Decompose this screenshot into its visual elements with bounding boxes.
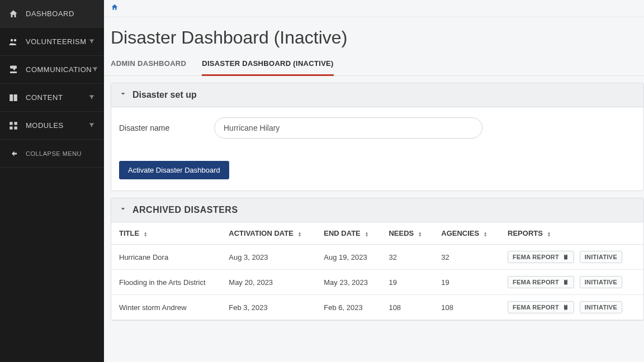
col-label: NEEDS (389, 229, 414, 237)
tab-disaster-dashboard[interactable]: DISASTER DASHBOARD (INACTIVE) (202, 54, 333, 76)
initiative-report-button[interactable]: INITIATIVE (580, 301, 622, 313)
sidebar-item-label: MODULES (26, 121, 88, 130)
form-row-disaster-name: Disaster name (119, 117, 636, 139)
page-title: Disaster Dashboard (Inactive) (104, 17, 644, 54)
people-icon (8, 36, 19, 47)
chevron-down-icon (119, 90, 127, 100)
col-activation-date[interactable]: ACTIVATION DATE ▲▼ (221, 222, 316, 245)
sidebar-item-label: COMMUNICATION (26, 65, 92, 74)
breadcrumb (104, 0, 644, 17)
row-reports: FEMA REPORT INITIATIVE (500, 245, 643, 270)
table-row: Hurricane Dora Aug 3, 2023 Aug 19, 2023 … (111, 245, 643, 270)
sort-icon: ▲▼ (364, 231, 368, 237)
sidebar-item-communication[interactable]: COMMUNICATION (0, 56, 104, 84)
main-content: Disaster Dashboard (Inactive) ADMIN DASH… (104, 0, 644, 362)
col-agencies[interactable]: AGENCIES ▲▼ (433, 222, 500, 245)
phone-icon (8, 64, 19, 75)
initiative-report-button[interactable]: INITIATIVE (580, 251, 622, 263)
sidebar-item-label: VOLUNTEERISM (26, 37, 88, 46)
col-label: END DATE (324, 229, 360, 237)
disaster-name-input[interactable] (214, 117, 482, 139)
table-row: Flooding in the Arts District May 20, 20… (111, 270, 643, 295)
row-end-date: Feb 6, 2023 (316, 295, 381, 320)
grid-icon (8, 120, 19, 131)
sidebar: DASHBOARD VOLUNTEERISM COMMUNICATION CON… (0, 0, 104, 362)
row-end-date: Aug 19, 2023 (316, 245, 381, 270)
chevron-down-icon (119, 205, 127, 215)
panel-header-setup[interactable]: Disaster set up (111, 83, 643, 107)
tabs: ADMIN DASHBOARD DISASTER DASHBOARD (INAC… (104, 54, 644, 76)
col-end-date[interactable]: END DATE ▲▼ (316, 222, 381, 245)
fema-report-button[interactable]: FEMA REPORT (508, 276, 574, 288)
activate-button[interactable]: Activate Disaster Dashboard (119, 161, 229, 179)
fema-report-button[interactable]: FEMA REPORT (508, 251, 574, 263)
panel-disaster-setup: Disaster set up Disaster name Activate D… (111, 83, 644, 191)
row-needs: 108 (381, 295, 433, 320)
clipboard-icon (562, 279, 569, 285)
archived-table-body: Hurricane Dora Aug 3, 2023 Aug 19, 2023 … (111, 245, 643, 320)
clipboard-icon (562, 254, 569, 260)
col-label: TITLE (119, 229, 139, 237)
sort-icon: ▲▼ (484, 231, 487, 237)
svg-rect-9 (565, 279, 567, 280)
svg-rect-11 (565, 304, 567, 306)
panel-body-setup: Disaster name Activate Disaster Dashboar… (111, 107, 643, 190)
svg-rect-4 (10, 126, 12, 129)
breadcrumb-home[interactable] (111, 3, 119, 13)
filter-icon (88, 38, 96, 46)
book-icon (8, 92, 19, 103)
collapse-label: COLLAPSE MENU (26, 150, 96, 157)
panel-title: Disaster set up (132, 90, 197, 100)
sort-icon: ▲▼ (547, 231, 551, 237)
sidebar-item-volunteerism[interactable]: VOLUNTEERISM (0, 28, 104, 56)
svg-rect-8 (564, 280, 567, 285)
row-end-date: May 23, 2023 (316, 270, 381, 295)
sidebar-item-modules[interactable]: MODULES (0, 112, 104, 140)
sidebar-item-content[interactable]: CONTENT (0, 84, 104, 112)
col-needs[interactable]: NEEDS ▲▼ (381, 222, 433, 245)
table-header-row: TITLE ▲▼ ACTIVATION DATE ▲▼ END DATE ▲▼ … (111, 222, 643, 245)
svg-rect-5 (15, 126, 17, 129)
tab-admin-dashboard[interactable]: ADMIN DASHBOARD (111, 54, 186, 75)
sidebar-item-label: CONTENT (26, 93, 88, 102)
row-agencies: 32 (433, 245, 500, 270)
row-activation-date: Feb 3, 2023 (221, 295, 316, 320)
svg-rect-10 (564, 305, 567, 310)
col-label: ACTIVATION DATE (229, 229, 293, 237)
row-needs: 19 (381, 270, 433, 295)
sort-icon: ▲▼ (144, 231, 148, 237)
row-reports: FEMA REPORT INITIATIVE (500, 270, 643, 295)
sidebar-collapse[interactable]: COLLAPSE MENU (0, 140, 104, 168)
col-label: REPORTS (508, 229, 543, 237)
svg-point-1 (14, 39, 17, 41)
disaster-name-label: Disaster name (119, 123, 175, 132)
row-agencies: 19 (433, 270, 500, 295)
col-title[interactable]: TITLE ▲▼ (111, 222, 221, 245)
home-icon (8, 8, 19, 20)
report-label: INITIATIVE (585, 304, 617, 311)
panel-title: ARCHIVED DISASTERS (132, 205, 238, 215)
fema-report-button[interactable]: FEMA REPORT (508, 301, 574, 313)
row-title-link[interactable]: Winter storm Andrew (111, 295, 221, 320)
report-label: FEMA REPORT (513, 304, 559, 311)
filter-icon (88, 94, 96, 102)
table-row: Winter storm Andrew Feb 3, 2023 Feb 6, 2… (111, 295, 643, 320)
panel-archived-disasters: ARCHIVED DISASTERS TITLE ▲▼ ACTIVATION D… (111, 198, 644, 321)
panel-header-archived[interactable]: ARCHIVED DISASTERS (111, 198, 643, 222)
sort-icon: ▲▼ (297, 231, 301, 237)
report-label: FEMA REPORT (513, 279, 559, 285)
col-reports[interactable]: REPORTS ▲▼ (500, 222, 643, 245)
filter-icon (88, 122, 96, 130)
svg-rect-6 (564, 255, 567, 260)
svg-rect-3 (15, 122, 17, 125)
initiative-report-button[interactable]: INITIATIVE (580, 276, 622, 288)
row-agencies: 108 (433, 295, 500, 320)
row-title-link[interactable]: Flooding in the Arts District (111, 270, 221, 295)
row-reports: FEMA REPORT INITIATIVE (500, 295, 643, 320)
report-label: FEMA REPORT (513, 254, 559, 260)
svg-rect-7 (565, 254, 567, 255)
sidebar-item-dashboard[interactable]: DASHBOARD (0, 0, 104, 28)
arrow-left-icon (8, 148, 19, 159)
sidebar-item-label: DASHBOARD (26, 9, 96, 18)
row-title-link[interactable]: Hurricane Dora (111, 245, 221, 270)
